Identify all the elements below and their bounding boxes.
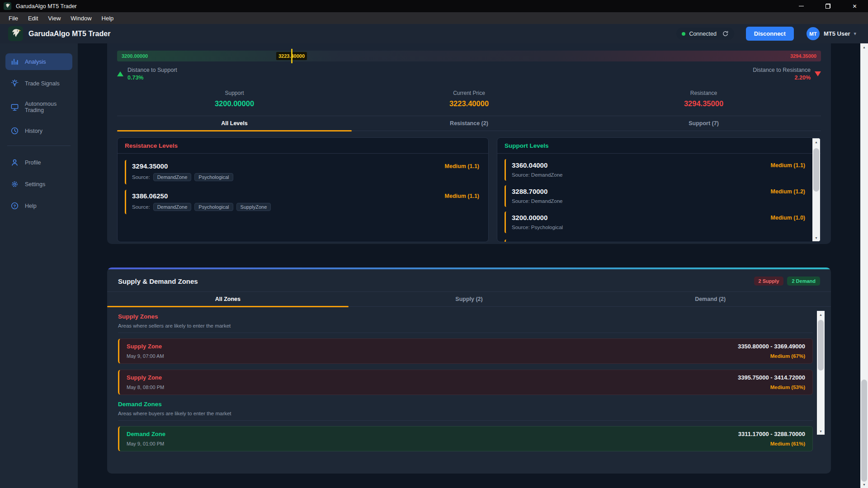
main-content: 3200.00000 3223.40000 3294.35000 Distanc… [78,43,868,488]
menu-view[interactable]: View [43,12,66,24]
supply-count-badge: 2 Supply [754,277,784,286]
chevron-down-icon[interactable]: ▾ [854,31,856,37]
connection-status: Connected [676,28,734,40]
level-source: Source: DemandZone [512,198,563,204]
close-button[interactable]: ✕ [841,0,868,12]
sidebar-divider [7,145,71,146]
zones-list: Supply Zones Areas where sellers are lik… [107,307,831,451]
support-value: 3200.00000 [117,99,352,108]
demand-count-badge: 2 Demand [787,277,820,286]
support-label: Support [117,90,352,96]
source-label: Source: [132,174,150,180]
scroll-down-icon[interactable]: ▼ [860,481,868,488]
scrollbar-thumb[interactable] [818,320,824,371]
levels-tabs: All Levels Resistance (2) Support (7) [117,116,821,131]
sidebar-item-history[interactable]: History [5,122,72,139]
scroll-up-icon[interactable]: ▲ [817,311,825,318]
price-bar-low: 3200.00000 [122,53,148,59]
tab-supply[interactable]: Supply (2) [349,292,590,306]
clock-icon [10,127,19,135]
sidebar-item-help[interactable]: ? Help [5,197,72,214]
disconnect-button[interactable]: Disconnect [746,27,794,41]
window-controls: ✕ [788,0,868,12]
distance-resistance-label: Distance to Resistance [753,67,811,73]
sidebar: Analysis Trade Signals Autonomous Tradin… [0,43,78,488]
scrollbar-thumb[interactable] [861,380,867,482]
resistance-label: Resistance [586,90,821,96]
tab-all-levels[interactable]: All Levels [117,116,352,131]
zone-badges: 2 Supply 2 Demand [754,277,820,286]
minimize-button[interactable] [788,0,815,12]
support-levels-panel: Support Levels 3360.04000 Medium (1.1) S… [497,137,821,242]
zones-title: Supply & Demand Zones [118,277,198,285]
support-resistance-card: 3200.00000 3223.40000 3294.35000 Distanc… [107,43,831,244]
level-price: 3360.04000 [512,161,547,169]
menu-help[interactable]: Help [97,12,119,24]
refresh-icon[interactable] [722,30,729,37]
sidebar-item-label: Trade Signals [25,80,60,87]
sidebar-item-trade-signals[interactable]: Trade Signals [5,75,72,92]
svg-text:?: ? [14,204,16,208]
zones-tabs: All Zones Supply (2) Demand (2) [107,291,831,307]
menu-edit[interactable]: Edit [23,12,43,24]
price-bar-high: 3294.35000 [790,53,816,59]
support-panel-title: Support Levels [497,138,821,154]
supply-zones-subtitle: Areas where sellers are likely to enter … [118,323,813,328]
zones-scrollbar[interactable]: ▲ ▼ [817,311,825,435]
zone-strength: Medium (53%) [738,385,805,390]
app-icon [4,2,11,10]
zone-strength: Medium (67%) [738,353,805,359]
scroll-down-icon[interactable]: ▼ [812,234,820,241]
monitor-icon [10,103,19,112]
sidebar-item-autonomous-trading[interactable]: Autonomous Trading [5,97,72,117]
user-avatar[interactable]: MT [807,27,820,40]
resistance-level-list: 3294.35000 Medium (1.1) Source: DemandZo… [118,154,488,214]
support-level-item-partial [505,239,807,242]
tab-all-zones[interactable]: All Zones [107,292,349,306]
sidebar-item-settings[interactable]: Settings [5,176,72,192]
support-level-item: 3360.04000 Medium (1.1) Source: DemandZo… [505,159,807,181]
menu-file[interactable]: File [4,12,23,24]
level-strength: Medium (1.1) [445,193,479,199]
supply-zone-item: Supply Zone May 9, 07:00 AM 3350.80000 -… [118,338,813,364]
resistance-level-item: 3294.35000 Medium (1.1) Source: DemandZo… [125,160,481,184]
menubar: File Edit View Window Help [0,12,868,24]
source-badge: Psychological [194,203,233,211]
level-panels: Resistance Levels 3294.35000 Medium (1.1… [117,137,821,242]
sidebar-item-label: Profile [25,160,41,166]
sidebar-item-profile[interactable]: Profile [5,154,72,171]
scroll-up-icon[interactable]: ▲ [812,138,820,145]
triangle-down-icon [815,71,821,76]
close-icon: ✕ [852,3,857,9]
zone-name: Demand Zone [127,431,165,437]
scrollbar-thumb[interactable] [813,148,819,192]
triangle-up-icon [117,71,123,76]
level-price: 3288.70000 [512,188,547,195]
distance-support-value: 0.73% [127,75,177,81]
minimize-icon [799,6,804,6]
user-name[interactable]: MT5 User [824,30,850,37]
scroll-down-icon[interactable]: ▼ [817,427,825,435]
page-scrollbar[interactable]: ▲ ▼ [860,43,868,488]
scroll-up-icon[interactable]: ▲ [860,43,868,51]
supply-zone-item: Supply Zone May 8, 08:00 PM 3395.75000 -… [118,370,813,395]
demand-zones-subtitle: Areas where buyers are likely to enter t… [118,411,813,416]
resistance-panel-title: Resistance Levels [118,138,488,154]
tab-resistance[interactable]: Resistance (2) [352,116,586,131]
distance-resistance-value: 2.20% [753,75,811,81]
distance-to-resistance: Distance to Resistance 2.20% [753,67,821,81]
zone-time: May 9, 01:00 PM [127,441,165,446]
restore-icon [826,4,830,9]
tab-support[interactable]: Support (7) [586,116,821,131]
level-price: 3294.35000 [132,162,168,170]
tab-demand[interactable]: Demand (2) [590,292,831,306]
level-strength: Medium (1.2) [771,188,805,195]
restore-button[interactable] [815,0,841,12]
zone-range: 3395.75000 - 3414.72000 [738,374,805,381]
zone-name: Supply Zone [127,374,164,381]
support-panel-scrollbar[interactable]: ▲ ▼ [812,138,820,241]
connection-status-text: Connected [689,31,716,37]
menu-window[interactable]: Window [66,12,96,24]
sidebar-item-analysis[interactable]: Analysis [5,53,72,70]
titlebar: GarudaAlgo MT5 Trader ✕ [0,0,868,12]
